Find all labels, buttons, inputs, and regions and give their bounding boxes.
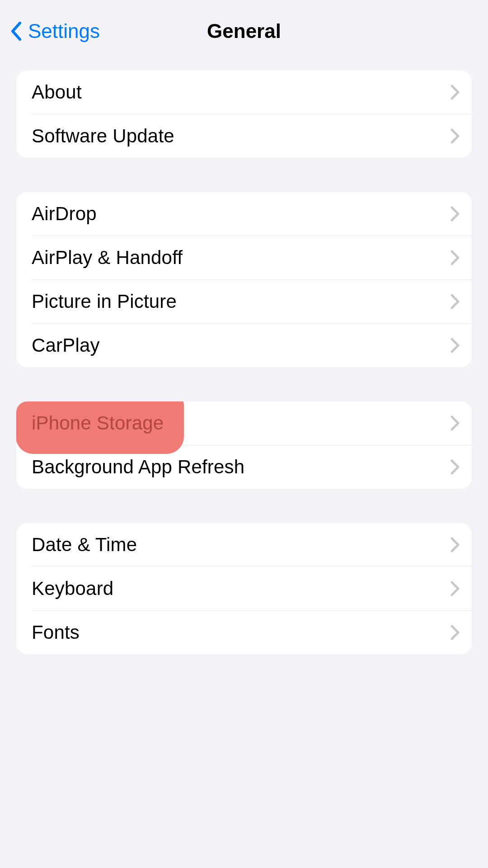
row-wrap: iPhone Storage [16, 401, 472, 445]
row-label: iPhone Storage [32, 412, 164, 434]
row-airplay-handoff[interactable]: AirPlay & Handoff [16, 236, 472, 279]
row-label: Software Update [32, 125, 174, 147]
row-wrap: Fonts [16, 611, 472, 654]
row-software-update[interactable]: Software Update [16, 114, 472, 158]
row-label: Background App Refresh [32, 456, 244, 478]
row-keyboard[interactable]: Keyboard [16, 567, 472, 610]
chevron-left-icon [10, 21, 23, 41]
settings-group: AboutSoftware Update [16, 71, 472, 158]
chevron-right-icon [450, 415, 460, 431]
row-carplay[interactable]: CarPlay [16, 324, 472, 367]
chevron-right-icon [450, 84, 460, 100]
chevron-right-icon [450, 580, 460, 597]
content: AboutSoftware UpdateAirDropAirPlay & Han… [0, 62, 488, 654]
chevron-right-icon [450, 250, 460, 266]
chevron-right-icon [450, 128, 460, 144]
row-airdrop[interactable]: AirDrop [16, 192, 472, 236]
chevron-right-icon [450, 537, 460, 553]
chevron-right-icon [450, 624, 460, 641]
row-fonts[interactable]: Fonts [16, 611, 472, 654]
row-wrap: Date & Time [16, 523, 472, 566]
row-about[interactable]: About [16, 71, 472, 114]
row-wrap: Software Update [16, 114, 472, 158]
row-wrap: AirPlay & Handoff [16, 236, 472, 279]
row-label: About [32, 81, 82, 103]
row-picture-in-picture[interactable]: Picture in Picture [16, 280, 472, 323]
row-label: Fonts [32, 622, 80, 643]
chevron-right-icon [450, 293, 460, 310]
back-button[interactable]: Settings [0, 20, 100, 42]
chevron-right-icon [450, 206, 460, 222]
row-label: Date & Time [32, 534, 137, 556]
row-date-time[interactable]: Date & Time [16, 523, 472, 566]
chevron-right-icon [450, 337, 460, 354]
back-label: Settings [28, 20, 100, 42]
row-wrap: About [16, 71, 472, 114]
chevron-right-icon [450, 459, 460, 475]
row-label: AirPlay & Handoff [32, 247, 183, 269]
row-label: Keyboard [32, 578, 113, 599]
settings-group: Date & TimeKeyboardFonts [16, 523, 472, 654]
row-wrap: AirDrop [16, 192, 472, 236]
settings-group: AirDropAirPlay & HandoffPicture in Pictu… [16, 192, 472, 367]
row-label: AirDrop [32, 203, 97, 225]
row-wrap: CarPlay [16, 324, 472, 367]
page-title: General [207, 20, 281, 42]
settings-group: iPhone StorageBackground App Refresh [16, 401, 472, 489]
row-wrap: Picture in Picture [16, 280, 472, 323]
row-label: Picture in Picture [32, 291, 177, 312]
row-wrap: Keyboard [16, 567, 472, 610]
nav-bar: Settings General [0, 0, 488, 62]
row-label: CarPlay [32, 335, 100, 356]
